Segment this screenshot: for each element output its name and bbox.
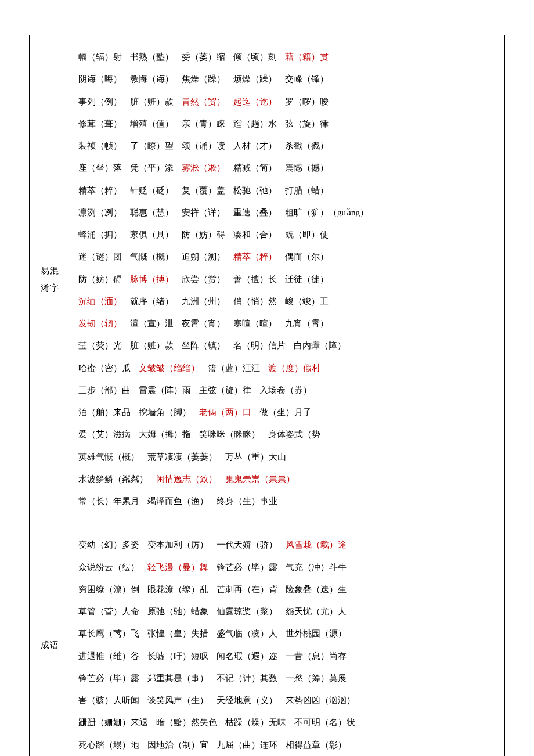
word-entry: 峻（竣）工 <box>285 297 329 306</box>
word-entry: 气充（冲）斗牛 <box>286 563 347 572</box>
word-entry: 阴诲（晦） <box>78 74 122 84</box>
word-entry: 泊（舶）来品 <box>78 408 131 417</box>
word-entry: 万丛（重）大山 <box>225 452 286 462</box>
word-entry: 盛气临（凌）人 <box>217 629 277 638</box>
word-entry: 哈蜜（密）瓜 <box>78 363 131 373</box>
word-entry: 脏（赃）款 <box>130 341 174 350</box>
word-entry: 渲（宣）泄 <box>130 319 174 328</box>
content-line: 跚跚（姗姗）来退暗（黯）然失色枯躁（燥）无味不可明（名）状 <box>78 711 499 733</box>
word-entry: 险象叠（迭）生 <box>286 585 347 594</box>
content-line: 哈蜜（密）瓜文皱皱（绉绉）篮（蓝）汪汪渡（度）假村 <box>78 357 499 379</box>
word-entry: 谈笑风声（生） <box>147 696 208 705</box>
content-line: 凛洌（冽）聪惠（慧）安祥（详）重迭（叠）粗旷（犷）（guǎng） <box>78 201 499 224</box>
word-entry: 座（坐）落 <box>78 163 122 172</box>
word-entry: 九洲（州） <box>182 297 225 306</box>
word-entry: 发韧（轫） <box>78 319 122 328</box>
content-line: 莹（荧）光脏（赃）款坐阵（镇）名（明）信片白内瘴（障） <box>78 334 499 357</box>
word-entry: 九宵（霄） <box>285 319 329 328</box>
word-entry: 亲（青）睐 <box>182 119 225 128</box>
word-entry: 幅（辐）射 <box>78 52 122 62</box>
word-entry: 一昔（息）尚存 <box>286 651 347 661</box>
word-entry: 荒草凄凄（萋萋） <box>147 452 217 462</box>
word-entry: 气慨（概） <box>130 252 174 261</box>
row-label-text: 淆字 <box>41 283 59 293</box>
word-entry: 倾（顷）刻 <box>233 52 277 62</box>
word-entry: 张惶（皇）失措 <box>147 629 208 638</box>
word-entry: 一愁（筹）莫展 <box>286 674 347 683</box>
word-entry: 老俩（两）口 <box>199 408 251 417</box>
word-entry: 颂（诵）读 <box>182 141 225 150</box>
word-entry: 精萃（粹） <box>233 252 277 261</box>
row-label-text: 易混 <box>41 266 59 275</box>
word-entry: 蹚（趟）水 <box>233 119 277 128</box>
word-entry: 针贬（砭） <box>130 186 174 195</box>
word-entry: 了（瞭）望 <box>130 141 174 150</box>
word-entry: 俏（悄）然 <box>233 297 277 306</box>
word-entry: 家俱（具） <box>130 230 174 239</box>
content-line: 迷（谜）团气慨（概）追朔（溯）精萃（粹）偶而（尔） <box>78 246 499 268</box>
document-page: 易混淆字幅（辐）射书熟（塾）委（萎）缩倾（顷）刻藉（籍）贯阴诲（晦）教悔（诲）焦… <box>0 0 534 756</box>
content-line: 爱（艾）滋病大姆（拇）指笑咪咪（眯眯）身体姿式（势 <box>78 423 499 445</box>
word-entry: 做（坐）月子 <box>259 408 312 417</box>
word-entry: 人材（才） <box>233 141 277 150</box>
content-line: 蜂涌（拥）家俱（具）防（妨）碍凑和（合）既（即）使 <box>78 224 499 246</box>
content-line: 穷困缭（潦）倒眼花潦（缭）乱芒刺再（在）背险象叠（迭）生 <box>78 578 499 600</box>
content-line: 发韧（轫）渲（宣）泄夜霄（宵）寒喧（暄）九宵（霄） <box>78 312 499 334</box>
content-line: 泊（舶）来品挖墙角（脚）老俩（两）口做（坐）月子 <box>78 401 499 423</box>
word-entry: 九屈（曲）连环 <box>217 740 277 750</box>
word-entry: 闻名瑕（遐）迩 <box>217 651 277 661</box>
word-entry: 风雪栽（载）途 <box>286 540 347 549</box>
content-line: 阴诲（晦）教悔（诲）焦燥（躁）烦燥（躁）交峰（锋） <box>78 68 499 90</box>
word-entry: 眼花潦（缭）乱 <box>147 585 208 594</box>
word-entry: 防（妨）碍 <box>182 230 225 239</box>
word-entry: 既（即）使 <box>285 230 329 239</box>
table-row: 易混淆字幅（辐）射书熟（塾）委（萎）缩倾（顷）刻藉（籍）贯阴诲（晦）教悔（诲）焦… <box>30 35 505 523</box>
word-entry: 书熟（塾） <box>130 52 174 62</box>
word-entry: 篮（蓝）汪汪 <box>208 363 260 373</box>
word-entry: 防（妨）碍 <box>78 275 122 284</box>
word-entry: 原弛（驰）蜡象 <box>147 607 208 616</box>
word-entry: 凑和（合） <box>233 230 277 239</box>
word-entry: 沉缅（湎） <box>78 297 122 306</box>
word-entry: 粗旷（犷）（guǎng） <box>285 208 369 217</box>
word-entry: 杀戳（戮） <box>285 141 329 150</box>
word-entry: 追朔（溯） <box>182 252 225 261</box>
table-row: 成语变幼（幻）多姿变本加利（厉）一代天娇（骄）风雪栽（载）途众说纷云（纭）轻飞漫… <box>30 523 505 756</box>
word-entry: 委（萎）缩 <box>182 52 225 62</box>
word-entry: 穷困缭（潦）倒 <box>78 585 139 594</box>
word-entry: 仙露琼桨（浆） <box>217 607 277 616</box>
word-entry: 白内瘴（障） <box>294 341 346 350</box>
word-entry: 水波鳞鳞（粼粼） <box>78 474 148 484</box>
word-entry: 爱（艾）滋病 <box>78 430 131 439</box>
word-entry: 轻飞漫（曼）舞 <box>147 563 208 572</box>
word-entry: 雷震（阵）雨 <box>139 386 191 395</box>
word-entry: 众说纷云（纭） <box>78 563 139 572</box>
word-entry: 芒刺再（在）背 <box>217 585 277 594</box>
content-line: 三步（部）曲雷震（阵）雨主弦（旋）律入场卷（券） <box>78 379 499 401</box>
word-entry: 渡（度）假村 <box>268 363 320 373</box>
word-entry: 入场卷（券） <box>259 386 312 395</box>
content-line: 进退惟（维）谷长嘘（吁）短叹闻名瑕（遐）迩一昔（息）尚存 <box>78 645 499 667</box>
content-line: 死心踏（塌）地因地治（制）宜九屈（曲）连环相得益章（彰） <box>78 734 499 756</box>
word-entry: 起迄（讫） <box>233 97 277 106</box>
word-entry: 挖墙角（脚） <box>139 408 191 417</box>
content-line: 害（骇）人听闻谈笑风声（生）天经地意（义）来势凶凶（汹汹） <box>78 689 499 711</box>
content-line: 精萃（粹）针贬（砭）复（覆）盖松驰（弛）打腊（蜡） <box>78 179 499 201</box>
word-entry: 安祥（详） <box>182 208 225 217</box>
word-entry: 来势凶凶（汹汹） <box>286 696 355 705</box>
word-entry: 暗（黯）然失色 <box>156 718 217 727</box>
content-line: 水波鳞鳞（粼粼）闲情逸志（致）鬼鬼崇崇（祟祟） <box>78 468 499 490</box>
word-entry: 事列（例） <box>78 97 122 106</box>
word-entry: 一代天娇（骄） <box>217 540 277 549</box>
content-line: 装祯（帧）了（瞭）望颂（诵）读人材（才）杀戳（戮） <box>78 135 499 157</box>
content-line: 幅（辐）射书熟（塾）委（萎）缩倾（顷）刻藉（籍）贯 <box>78 46 499 68</box>
word-entry: 偶而（尔） <box>285 252 329 261</box>
content-line: 草管（菅）人命原弛（驰）蜡象仙露琼桨（浆）怨天忧（尤）人 <box>78 600 499 622</box>
word-entry: 世外桃园（源） <box>286 629 347 638</box>
word-entry: 欣尝（赏） <box>182 275 225 284</box>
word-entry: 精萃（粹） <box>78 186 122 195</box>
word-entry: 凛洌（冽） <box>78 208 122 217</box>
word-entry: 文皱皱（绉绉） <box>139 363 200 373</box>
word-entry: 重迭（叠） <box>233 208 277 217</box>
word-entry: 锋芒必（毕）露 <box>78 674 139 683</box>
